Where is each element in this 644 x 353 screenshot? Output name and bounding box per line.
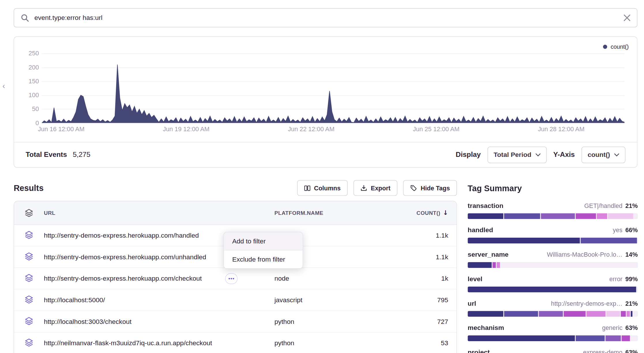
url-cell[interactable]: http://localhost:3003/checkout bbox=[44, 318, 274, 325]
results-table: URL PLATFORM.NAME COUNT() ↓ http://sentr… bbox=[14, 201, 457, 353]
tag-top-pct: 21% bbox=[625, 202, 638, 210]
tag-top-value: Williams-MacBook-Pro.lo… bbox=[547, 251, 622, 259]
display-select[interactable]: Total Period bbox=[487, 147, 547, 163]
header-count[interactable]: COUNT() ↓ bbox=[403, 209, 457, 217]
tag-bar-segment bbox=[504, 213, 540, 219]
tag-head: server_nameWilliams-MacBook-Pro.lo…14% bbox=[468, 251, 638, 259]
url-cell[interactable]: http://neilmanvar-flask-m3uuizd7iq-uc.a.… bbox=[44, 339, 274, 347]
row-type-cell bbox=[14, 230, 44, 240]
tag-bar-segment bbox=[626, 311, 630, 317]
x-tick-label: Jun 16 12:00 AM bbox=[38, 125, 84, 132]
tag-distribution-bar[interactable] bbox=[468, 213, 638, 219]
tag-distribution-bar[interactable] bbox=[468, 287, 638, 292]
hide-tags-button[interactable]: Hide Tags bbox=[403, 180, 457, 196]
table-row[interactable]: http://localhost:3003/checkoutpython727 bbox=[14, 311, 457, 333]
tag-item-handled: handledyes66% bbox=[468, 226, 638, 243]
tag-name: project bbox=[468, 348, 490, 353]
search-icon bbox=[21, 14, 29, 22]
tag-bar-segment bbox=[631, 311, 632, 317]
columns-button-label: Columns bbox=[314, 185, 340, 191]
chart-legend[interactable]: count() bbox=[603, 44, 628, 50]
display-value: Total Period bbox=[494, 151, 531, 159]
tag-item-project: projectexpress-demo63% bbox=[468, 348, 638, 353]
row-type-cell bbox=[14, 252, 44, 262]
search-input[interactable]: event.type:error has:url bbox=[14, 8, 637, 27]
tag-item-level: levelerror99% bbox=[468, 275, 638, 292]
tag-bar-segment bbox=[468, 262, 492, 268]
tag-bar-segment bbox=[622, 335, 630, 341]
menu-item-exclude-from-filter[interactable]: Exclude from filter bbox=[224, 251, 303, 268]
tag-distribution-bar[interactable] bbox=[468, 238, 638, 243]
tag-bar-segment bbox=[468, 213, 503, 219]
header-count-label: COUNT() bbox=[417, 210, 440, 216]
table-row[interactable]: http://localhost:5000/javascript795 bbox=[14, 290, 457, 311]
tag-bar-segment bbox=[564, 311, 586, 317]
tag-value: error99% bbox=[609, 275, 638, 283]
row-type-cell bbox=[14, 317, 44, 326]
url-cell[interactable]: http://sentry-demos-express.herokuapp.co… bbox=[44, 273, 274, 284]
tag-head: levelerror99% bbox=[468, 275, 638, 283]
tag-name: transaction bbox=[468, 202, 503, 210]
tag-bar-segment bbox=[497, 262, 500, 268]
page-root: ‹ event.type:error has:url count() 25020… bbox=[0, 0, 644, 353]
yaxis-select[interactable]: count() bbox=[581, 147, 625, 163]
chevron-down-icon bbox=[536, 153, 541, 156]
y-tick-label: 50 bbox=[32, 105, 39, 113]
row-type-cell bbox=[14, 338, 44, 348]
yaxis-label: Y-Axis bbox=[553, 151, 575, 159]
tag-bar-segment bbox=[597, 213, 607, 219]
tag-top-value: generic bbox=[602, 324, 623, 332]
url-value: http://sentry-demos-express.herokuapp.co… bbox=[44, 275, 202, 282]
tag-top-pct: 14% bbox=[625, 251, 638, 259]
events-chart-panel: count() 250200150100500 Jun 16 12:00 AMJ… bbox=[14, 36, 637, 168]
platform-value: node bbox=[274, 275, 403, 282]
tag-value: generic63% bbox=[602, 324, 638, 332]
platform-value: python bbox=[274, 318, 403, 325]
table-row[interactable]: http://sentry-demos-express.herokuapp.co… bbox=[14, 268, 457, 290]
header-url[interactable]: URL bbox=[44, 210, 274, 216]
count-value: 727 bbox=[403, 318, 457, 325]
x-tick-label: Jun 25 12:00 AM bbox=[413, 125, 460, 132]
columns-button[interactable]: Columns bbox=[297, 180, 347, 196]
export-icon bbox=[360, 185, 367, 191]
tag-name: handled bbox=[468, 226, 493, 234]
y-tick-label: 100 bbox=[29, 91, 39, 99]
tag-head: transactionGET|/handled21% bbox=[468, 202, 638, 210]
tag-head: projectexpress-demo63% bbox=[468, 348, 638, 353]
display-label: Display bbox=[456, 151, 481, 159]
tag-summary-title: Tag Summary bbox=[468, 183, 638, 193]
tag-top-pct: 63% bbox=[625, 324, 638, 332]
table-row[interactable]: http://neilmanvar-flask-m3uuizd7iq-uc.a.… bbox=[14, 333, 457, 353]
count-value: 1k bbox=[403, 275, 457, 282]
gridline bbox=[42, 123, 625, 123]
total-events-label: Total Events bbox=[26, 151, 67, 159]
layers-icon bbox=[25, 295, 33, 305]
tag-bar-segment bbox=[576, 335, 605, 341]
search-clear-icon[interactable] bbox=[624, 14, 630, 21]
y-tick-label: 250 bbox=[29, 50, 39, 57]
tag-bar-segment bbox=[621, 311, 626, 317]
chevron-down-icon bbox=[614, 153, 619, 156]
tag-top-value: http://sentry-demos-exp… bbox=[551, 299, 623, 308]
tag-head: handledyes66% bbox=[468, 226, 638, 234]
menu-item-add-to-filter[interactable]: Add to filter bbox=[224, 232, 303, 250]
tag-top-value: yes bbox=[613, 226, 623, 234]
tag-bar-segment bbox=[541, 213, 575, 219]
tag-top-pct: 66% bbox=[625, 226, 638, 234]
table-header: URL PLATFORM.NAME COUNT() ↓ bbox=[14, 201, 457, 225]
tag-value: GET|/handled21% bbox=[584, 202, 638, 210]
tag-name: level bbox=[468, 275, 482, 283]
search-query[interactable]: event.type:error has:url bbox=[34, 14, 619, 22]
count-value: 1.1k bbox=[403, 253, 457, 261]
export-button[interactable]: Export bbox=[353, 180, 398, 196]
total-events-value: 5,275 bbox=[73, 151, 90, 159]
tag-distribution-bar[interactable] bbox=[468, 311, 638, 317]
cell-actions-button[interactable] bbox=[225, 273, 237, 284]
chart-footer: Total Events 5,275 Display Total Period … bbox=[14, 142, 637, 167]
tag-distribution-bar[interactable] bbox=[468, 262, 638, 268]
header-platform[interactable]: PLATFORM.NAME bbox=[274, 210, 403, 216]
tag-distribution-bar[interactable] bbox=[468, 335, 638, 341]
tag-bar-segment bbox=[492, 262, 496, 268]
url-cell[interactable]: http://localhost:5000/ bbox=[44, 296, 274, 304]
sidebar-collapse-icon[interactable]: ‹ bbox=[3, 82, 5, 90]
